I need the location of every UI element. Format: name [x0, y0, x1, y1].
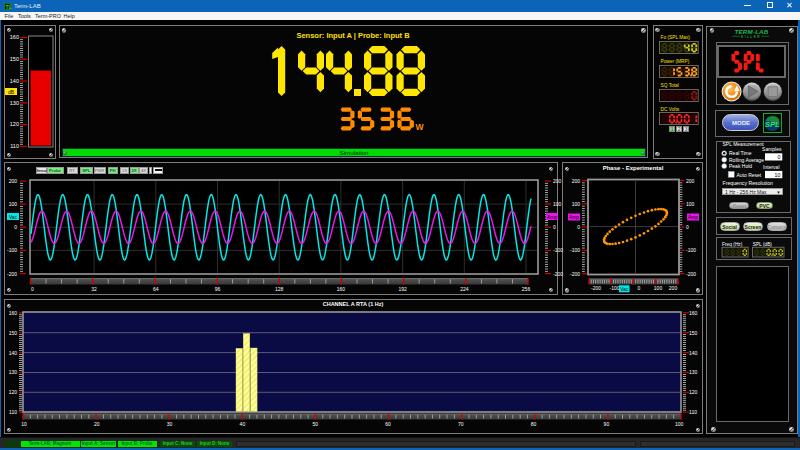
svg-text:120: 120: [689, 389, 698, 395]
svg-text:90: 90: [604, 421, 610, 427]
svg-text:10: 10: [775, 172, 781, 178]
svg-text:100: 100: [654, 285, 663, 291]
svg-text:Peak Hold: Peak Hold: [729, 163, 752, 169]
svg-text:200: 200: [572, 178, 581, 184]
svg-text:160: 160: [337, 286, 346, 292]
svg-text:Sensor: Input A | Probe: Input: Sensor: Input A | Probe: Input B: [296, 31, 410, 40]
svg-text:100: 100: [9, 201, 18, 207]
svg-text:130: 130: [9, 369, 18, 375]
svg-text:140: 140: [10, 78, 19, 84]
svg-text:130: 130: [689, 369, 698, 375]
svg-text:KILLER: KILLER: [741, 35, 761, 39]
svg-text:Phase - Experimental: Phase - Experimental: [603, 165, 664, 171]
svg-text:110: 110: [689, 409, 697, 415]
svg-text:140: 140: [689, 350, 698, 356]
svg-text:Power (MRP): Power (MRP): [661, 59, 690, 64]
svg-text:60: 60: [385, 421, 391, 427]
svg-text:SPL (dB): SPL (dB): [753, 242, 773, 247]
svg-text:-100: -100: [553, 247, 563, 253]
svg-text:W: W: [416, 122, 425, 132]
svg-text:-100: -100: [7, 247, 17, 253]
svg-text:dB: dB: [8, 89, 15, 95]
svg-text:160: 160: [10, 34, 19, 40]
svg-text:Vac: Vac: [620, 287, 629, 292]
svg-text:CHANNEL A RTA (1 Hz): CHANNEL A RTA (1 Hz): [323, 301, 384, 307]
svg-text:-100: -100: [609, 285, 619, 291]
svg-text:Samples: Samples: [762, 146, 782, 152]
svg-text:Frequency Resolution: Frequency Resolution: [723, 180, 774, 186]
svg-text:32: 32: [91, 286, 97, 292]
svg-text:-200: -200: [570, 271, 580, 277]
svg-text:-100: -100: [570, 247, 580, 253]
svg-text:120: 120: [10, 121, 19, 127]
svg-text:160: 160: [9, 310, 18, 316]
svg-text:150: 150: [689, 330, 698, 336]
svg-text:-200: -200: [7, 271, 17, 277]
svg-text:70: 70: [458, 421, 464, 427]
svg-text:Amp: Amp: [688, 215, 698, 220]
svg-text:0: 0: [31, 286, 34, 292]
svg-text:-200: -200: [686, 271, 696, 277]
svg-text:64: 64: [153, 286, 159, 292]
svg-text:224: 224: [460, 286, 469, 292]
svg-text:150: 150: [9, 330, 18, 336]
svg-text:200: 200: [669, 285, 678, 291]
svg-text:Real Time: Real Time: [729, 150, 752, 156]
svg-text:160: 160: [689, 310, 698, 316]
svg-text:100: 100: [553, 201, 562, 207]
svg-text:80: 80: [531, 421, 537, 427]
svg-text:50: 50: [312, 421, 318, 427]
svg-text:SPL: SPL: [765, 120, 780, 129]
svg-text:120: 120: [9, 389, 18, 395]
svg-text:40: 40: [240, 421, 246, 427]
svg-text:0: 0: [577, 224, 580, 230]
svg-text:Amp: Amp: [547, 215, 557, 220]
svg-text:Rolling Average: Rolling Average: [729, 157, 764, 163]
svg-text:SPL Measurement: SPL Measurement: [723, 141, 765, 147]
svg-text:DC Volts: DC Volts: [661, 107, 680, 112]
svg-text:96: 96: [215, 286, 221, 292]
svg-text:100: 100: [686, 201, 695, 207]
svg-text:MODE: MODE: [732, 120, 750, 126]
svg-text:200: 200: [553, 178, 562, 184]
svg-text:Vac: Vac: [9, 215, 18, 220]
svg-text:Fo (SPL Max): Fo (SPL Max): [661, 35, 691, 40]
svg-text:100: 100: [572, 201, 581, 207]
svg-text:150: 150: [10, 56, 19, 62]
svg-text:SQ Total: SQ Total: [661, 83, 679, 88]
svg-text:Auto Reset: Auto Reset: [737, 172, 762, 178]
svg-text:10: 10: [21, 421, 27, 427]
svg-text:0: 0: [686, 224, 689, 230]
svg-text:200: 200: [9, 178, 18, 184]
svg-text:0: 0: [777, 154, 780, 160]
svg-text:200: 200: [686, 178, 695, 184]
svg-text:-200: -200: [591, 285, 601, 291]
svg-text:128: 128: [275, 286, 284, 292]
svg-text:192: 192: [398, 286, 407, 292]
svg-text:130: 130: [10, 100, 19, 106]
svg-text:20: 20: [94, 421, 100, 427]
svg-text:0: 0: [638, 285, 641, 291]
svg-text:Amp: Amp: [569, 215, 579, 220]
svg-text:0: 0: [553, 224, 556, 230]
svg-text:30: 30: [167, 421, 173, 427]
svg-text:110: 110: [9, 409, 17, 415]
svg-text:-100: -100: [686, 247, 696, 253]
svg-text:256: 256: [522, 286, 531, 292]
svg-text:Interval: Interval: [763, 164, 779, 170]
svg-text:-200: -200: [553, 271, 563, 277]
svg-text:Freq (Hz): Freq (Hz): [722, 242, 743, 247]
svg-text:110: 110: [10, 143, 19, 149]
svg-text:0: 0: [14, 224, 17, 230]
svg-text:140: 140: [9, 350, 18, 356]
svg-text:100: 100: [675, 421, 684, 427]
